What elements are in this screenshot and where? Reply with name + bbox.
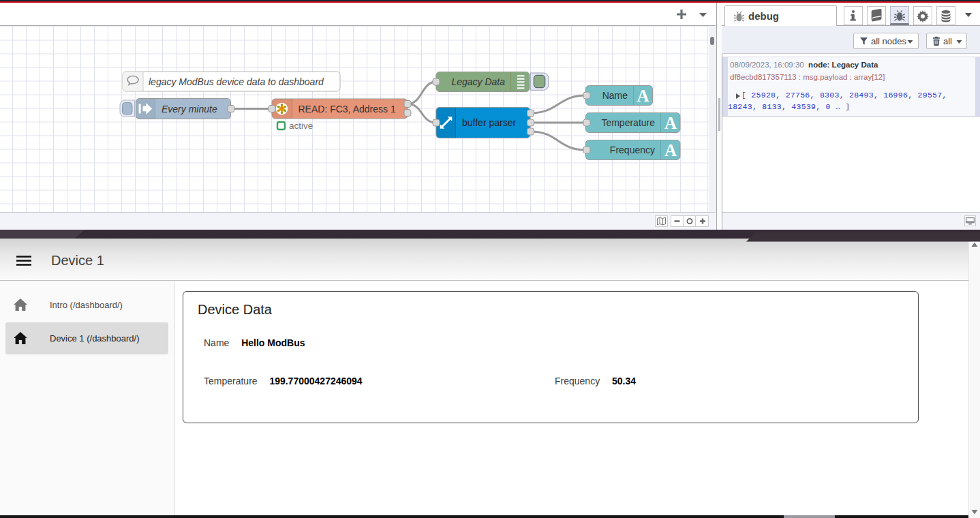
svg-text:A: A bbox=[664, 114, 677, 132]
svg-text:A: A bbox=[664, 141, 677, 159]
svg-text:Name: Name bbox=[602, 90, 628, 101]
svg-text:legacy ModBus device data to d: legacy ModBus device data to dashboard bbox=[149, 76, 324, 87]
svg-text:Every minute: Every minute bbox=[162, 104, 217, 115]
svg-text:buffer parser: buffer parser bbox=[462, 117, 516, 128]
svg-text:Frequency: Frequency bbox=[610, 144, 655, 155]
svg-text:Temperature: Temperature bbox=[601, 117, 655, 128]
svg-text:READ: FC3, Address 1: READ: FC3, Address 1 bbox=[298, 104, 396, 115]
svg-text:A: A bbox=[637, 87, 649, 105]
svg-text:Legacy Data: Legacy Data bbox=[451, 76, 505, 87]
svg-text:active: active bbox=[289, 121, 313, 131]
